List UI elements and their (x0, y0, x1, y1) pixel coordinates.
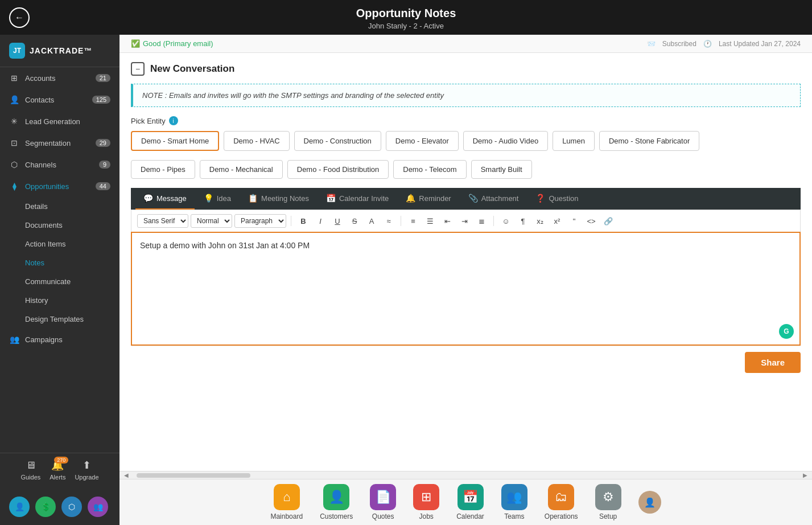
subscript-btn[interactable]: x₂ (533, 214, 547, 228)
bottom-icon-group[interactable]: 👥 (88, 497, 108, 517)
bold-btn[interactable]: B (296, 214, 311, 228)
text-color-btn[interactable]: A (364, 214, 379, 228)
sidebar-sub-notes[interactable]: Notes (0, 253, 119, 272)
info-icon[interactable]: i (169, 116, 178, 125)
entity-btn-telecom[interactable]: Demo - Telecom (393, 160, 466, 179)
bottom-nav-jobs[interactable]: ⊞ Jobs (413, 484, 439, 520)
bottom-icon-hex[interactable]: ⬡ (61, 497, 82, 517)
entity-btn-audio-video[interactable]: Demo - Audio Video (463, 131, 548, 151)
editor-toolbar: Sans Serif Normal Paragraph B I U S A ≈ … (131, 210, 801, 232)
indent-right-btn[interactable]: ⇥ (457, 214, 472, 228)
quotes-icon: 📄 (370, 484, 396, 510)
check-icon: ✅ (131, 39, 140, 48)
bottom-nav-teams[interactable]: 👥 Teams (501, 484, 527, 520)
collapse-button[interactable]: − (131, 62, 145, 76)
horizontal-scrollbar[interactable]: ◀ ▶ (119, 471, 812, 479)
sidebar-item-opportunities[interactable]: ⧫ Opportunities 44 (0, 175, 119, 197)
tab-question[interactable]: ❓ Question (527, 188, 586, 210)
sidebar-sub-documents[interactable]: Documents (0, 216, 119, 235)
entity-btn-smartly-built[interactable]: Smartly Built (471, 160, 532, 179)
entity-btn-hvac[interactable]: Demo - HVAC (224, 131, 289, 151)
sidebar-item-channels[interactable]: ⬡ Channels 9 (0, 154, 119, 175)
scroll-thumb[interactable] (137, 473, 250, 478)
bottom-nav-setup[interactable]: ⚙ Setup (595, 484, 621, 520)
user-avatar[interactable]: 👤 (638, 491, 661, 514)
entity-btn-stone-fabricator[interactable]: Demo - Stone Fabricator (599, 131, 699, 151)
segmentation-icon: ⊡ (9, 138, 19, 147)
bottom-icon-user[interactable]: 👤 (9, 497, 30, 517)
sidebar-item-accounts[interactable]: ⊞ Accounts 21 (0, 67, 119, 89)
tab-calendar-invite[interactable]: 📅 Calendar Invite (318, 188, 397, 210)
toolbar-sep-1 (291, 216, 291, 226)
scroll-right-arrow[interactable]: ▶ (801, 472, 810, 478)
scroll-left-arrow[interactable]: ◀ (122, 472, 131, 478)
attachment-tab-label: Attachment (481, 194, 519, 203)
list-btn[interactable]: ≡ (406, 214, 421, 228)
style-select[interactable]: Paragraph (234, 214, 286, 228)
tab-reminder[interactable]: 🔔 Reminder (398, 188, 459, 210)
entity-btn-mechanical[interactable]: Demo - Mechanical (200, 160, 283, 179)
alerts-btn[interactable]: 🔔 270 Alerts (50, 459, 65, 481)
sidebar-sub-action-items[interactable]: Action Items (0, 235, 119, 253)
sidebar-item-lead-generation[interactable]: ✳ Lead Generation (0, 110, 119, 132)
alerts-icon: 🔔 270 (51, 459, 64, 471)
strikethrough-btn[interactable]: S (347, 214, 362, 228)
sidebar-item-contacts[interactable]: 👤 Contacts 125 (0, 89, 119, 110)
code-btn[interactable]: <> (584, 214, 599, 228)
tab-idea[interactable]: 💡 Idea (196, 188, 239, 210)
entity-btn-pipes[interactable]: Demo - Pipes (131, 160, 195, 179)
guides-btn[interactable]: 🖥 Guides (20, 460, 40, 481)
highlight-btn[interactable]: ≈ (381, 214, 396, 228)
entity-btn-lumen[interactable]: Lumen (553, 131, 595, 151)
bottom-nav-quotes[interactable]: 📄 Quotes (370, 484, 396, 520)
operations-icon: 🗂 (548, 484, 574, 510)
sidebar-sub-design-templates[interactable]: Design Templates (0, 310, 119, 329)
pick-entity-label: Pick Entity i (131, 116, 801, 125)
bottom-nav-operations[interactable]: 🗂 Operations (545, 484, 578, 520)
tab-meeting-notes[interactable]: 📋 Meeting Notes (240, 188, 317, 210)
quote-btn[interactable]: " (567, 214, 582, 228)
back-button[interactable]: ← (9, 7, 30, 28)
align-btn[interactable]: ≣ (474, 214, 489, 228)
calendar-icon: 📅 (457, 484, 484, 510)
share-area: Share (131, 346, 801, 379)
size-select[interactable]: Normal (191, 214, 232, 228)
mainboard-icon: ⌂ (274, 484, 300, 510)
entity-buttons-row1: Demo - Smart Home Demo - HVAC Demo - Con… (131, 131, 801, 151)
entity-btn-elevator[interactable]: Demo - Elevator (386, 131, 459, 151)
teams-icon: 👥 (501, 484, 527, 510)
superscript-btn[interactable]: x² (550, 214, 564, 228)
grammarly-icon: G (779, 324, 794, 339)
sidebar-item-segmentation[interactable]: ⊡ Segmentation 29 (0, 132, 119, 154)
editor-area[interactable]: Setup a demo with John on 31st Jan at 4:… (131, 232, 801, 346)
entity-btn-smart-home[interactable]: Demo - Smart Home (131, 131, 219, 151)
emoji-btn[interactable]: ☺ (498, 214, 513, 228)
sidebar-sub-communicate[interactable]: Communicate (0, 272, 119, 291)
toolbar-sep-2 (401, 216, 401, 226)
indent-left-btn[interactable]: ⇤ (440, 214, 455, 228)
calendar-tab-icon: 📅 (326, 194, 336, 203)
sidebar-item-campaigns[interactable]: 👥 Campaigns (0, 329, 119, 350)
share-button[interactable]: Share (745, 352, 801, 373)
opportunities-label: Opportunities (25, 182, 69, 191)
bottom-nav-mainboard[interactable]: ⌂ Mainboard (270, 484, 303, 520)
entity-btn-food-distribution[interactable]: Demo - Food Distribution (287, 160, 389, 179)
bottom-icon-dollar[interactable]: 💲 (35, 497, 56, 517)
teams-label: Teams (504, 512, 524, 520)
upgrade-btn[interactable]: ⬆ Upgrade (75, 459, 98, 481)
tab-message[interactable]: 💬 Message (135, 188, 195, 210)
ordered-list-btn[interactable]: ☰ (423, 214, 438, 228)
underline-btn[interactable]: U (330, 214, 345, 228)
bottom-nav-calendar[interactable]: 📅 Calendar (456, 484, 484, 520)
entity-btn-construction[interactable]: Demo - Construction (294, 131, 381, 151)
sidebar-sub-details[interactable]: Details (0, 197, 119, 216)
paragraph-btn[interactable]: ¶ (516, 214, 530, 228)
channels-badge: 9 (99, 161, 110, 169)
link-btn[interactable]: 🔗 (601, 214, 616, 228)
font-select[interactable]: Sans Serif (137, 214, 188, 228)
tab-attachment[interactable]: 📎 Attachment (460, 188, 527, 210)
section-header: − New Conversation (131, 62, 801, 76)
bottom-nav-customers[interactable]: 👤 Customers (320, 484, 353, 520)
italic-btn[interactable]: I (313, 214, 328, 228)
sidebar-sub-history[interactable]: History (0, 291, 119, 310)
